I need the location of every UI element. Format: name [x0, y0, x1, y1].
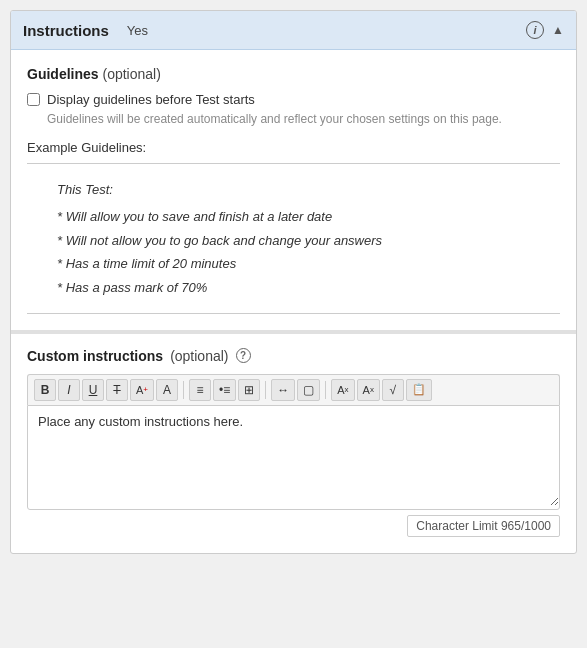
italic-btn[interactable]: I [58, 379, 80, 401]
font-size-increase-btn[interactable]: A+ [130, 379, 154, 401]
help-icon[interactable]: ? [236, 348, 251, 363]
strikethrough-btn[interactable]: T [106, 379, 128, 401]
header-left: Instructions Yes [23, 22, 148, 39]
editor-toolbar: B I U T A+ A ≡ •≡ ⊞ ↔ ▢ Ax Ax √ 📋 [27, 374, 560, 405]
display-guidelines-checkbox[interactable] [27, 93, 40, 106]
guidelines-section: Guidelines (optional) Display guidelines… [11, 50, 576, 330]
custom-title-row: Custom instructions (optional) ? [27, 348, 560, 364]
ordered-list-btn[interactable]: ≡ [189, 379, 211, 401]
guideline-line-0: This Test: [57, 178, 530, 201]
guidelines-title-bold: Guidelines [27, 66, 99, 82]
example-label: Example Guidelines: [27, 140, 560, 155]
checkbox-label[interactable]: Display guidelines before Test starts [47, 92, 255, 107]
subscript-btn[interactable]: Ax [357, 379, 380, 401]
font-btn[interactable]: A [156, 379, 178, 401]
guideline-line-2: * Will not allow you to go back and chan… [57, 229, 530, 252]
guideline-line-1: * Will allow you to save and finish at a… [57, 205, 530, 228]
header-status: Yes [127, 23, 148, 38]
custom-textarea[interactable] [28, 406, 559, 506]
guidelines-box: This Test: * Will allow you to save and … [27, 163, 560, 314]
underline-btn[interactable]: U [82, 379, 104, 401]
header-bar: Instructions Yes i ▲ [11, 11, 576, 50]
table-btn[interactable]: ⊞ [238, 379, 260, 401]
paste-btn[interactable]: 📋 [406, 379, 432, 401]
guidelines-title: Guidelines (optional) [27, 66, 560, 82]
toolbar-sep-2 [265, 381, 266, 399]
formula-btn[interactable]: √ [382, 379, 404, 401]
char-limit-badge: Character Limit 965/1000 [407, 515, 560, 537]
custom-instructions-section: Custom instructions (optional) ? B I U T… [11, 334, 576, 553]
guidelines-optional: (optional) [99, 66, 161, 82]
unordered-list-btn[interactable]: •≡ [213, 379, 236, 401]
superscript-btn[interactable]: Ax [331, 379, 354, 401]
link-btn[interactable]: ↔ [271, 379, 295, 401]
toolbar-sep-1 [183, 381, 184, 399]
custom-optional: (optional) [170, 348, 228, 364]
main-container: Instructions Yes i ▲ Guidelines (optiona… [10, 10, 577, 554]
info-icon[interactable]: i [526, 21, 544, 39]
guidelines-hint: Guidelines will be created automatically… [47, 112, 560, 126]
guidelines-text: This Test: * Will allow you to save and … [57, 178, 530, 299]
textarea-wrapper [27, 405, 560, 510]
bold-btn[interactable]: B [34, 379, 56, 401]
header-icons: i ▲ [526, 21, 564, 39]
checkbox-row: Display guidelines before Test starts [27, 92, 560, 107]
image-btn[interactable]: ▢ [297, 379, 320, 401]
custom-title-bold: Custom instructions [27, 348, 163, 364]
header-title: Instructions [23, 22, 109, 39]
guideline-line-3: * Has a time limit of 20 minutes [57, 252, 530, 275]
guideline-line-4: * Has a pass mark of 70% [57, 276, 530, 299]
char-limit-row: Character Limit 965/1000 [27, 515, 560, 537]
collapse-icon[interactable]: ▲ [552, 23, 564, 37]
toolbar-sep-3 [325, 381, 326, 399]
